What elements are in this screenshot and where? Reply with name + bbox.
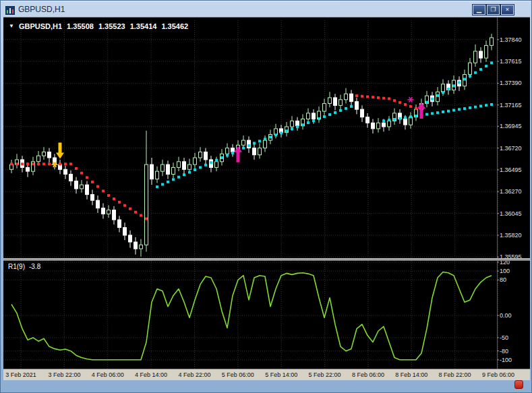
red-notification-icon [514,380,523,389]
svg-text:-80: -80 [500,348,508,355]
restore-icon: ❐ [490,6,496,13]
minimize-icon: ▁ [477,6,481,13]
svg-text:8 Feb 22:00: 8 Feb 22:00 [439,371,471,378]
chart-area: 1.378401.376151.373901.371651.369451.367… [3,17,530,380]
svg-text:5 Feb 06:00: 5 Feb 06:00 [222,371,254,378]
window-bottom-frame [1,378,531,392]
title-bar[interactable]: GBPUSD,H1 ▁ ❐ × [3,3,529,16]
close-button[interactable]: × [501,5,514,15]
chart-window: GBPUSD,H1 ▁ ❐ × 1.378401.376151.373901.3… [0,0,532,393]
minimize-button[interactable]: ▁ [473,5,485,15]
svg-text:5 Feb 22:00: 5 Feb 22:00 [308,371,341,378]
oscillator-line [11,272,492,360]
svg-text:4 Feb 06:00: 4 Feb 06:00 [92,371,124,378]
restore-button[interactable]: ❐ [487,5,500,15]
svg-text:-100: -100 [500,357,512,363]
svg-text:0.00: 0.00 [500,312,512,319]
svg-text:5 Feb 14:00: 5 Feb 14:00 [265,371,297,378]
svg-text:4 Feb 14:00: 4 Feb 14:00 [135,371,167,378]
svg-text:3 Feb 2021: 3 Feb 2021 [5,371,36,378]
svg-text:1.35820: 1.35820 [500,232,522,239]
svg-text:3 Feb 22:00: 3 Feb 22:00 [48,371,80,378]
trend-dot-series [10,61,493,220]
panel-splitter[interactable] [3,258,530,261]
svg-text:1.37165: 1.37165 [500,102,522,109]
svg-text:8 Feb 06:00: 8 Feb 06:00 [352,371,384,378]
svg-text:1.36720: 1.36720 [500,145,522,152]
indicator-axis[interactable]: 120100800.00-50-80-100 [497,259,512,363]
svg-text:1.36045: 1.36045 [500,210,522,217]
svg-text:1.37615: 1.37615 [500,58,522,65]
svg-text:1.36945: 1.36945 [500,123,522,129]
svg-text:100: 100 [500,268,510,274]
window-title: GBPUSD,H1 [18,5,65,14]
svg-text:-50: -50 [500,334,508,341]
svg-text:1.36495: 1.36495 [500,167,522,173]
svg-text:1.36270: 1.36270 [500,188,522,195]
svg-text:1.37840: 1.37840 [500,36,522,43]
candlestick-series [10,34,494,257]
grid [3,20,498,369]
svg-text:9 Feb 06:00: 9 Feb 06:00 [482,371,514,378]
window-chart-icon [5,5,15,14]
window-controls: ▁ ❐ × [473,5,514,15]
svg-text:80: 80 [500,276,506,283]
svg-text:1.37390: 1.37390 [500,80,522,86]
svg-text:8 Feb 14:00: 8 Feb 14:00 [395,371,427,378]
close-icon: × [506,6,509,13]
svg-text:4 Feb 22:00: 4 Feb 22:00 [178,371,210,378]
chart-canvas[interactable]: 1.378401.376151.373901.371651.369451.367… [3,18,530,380]
